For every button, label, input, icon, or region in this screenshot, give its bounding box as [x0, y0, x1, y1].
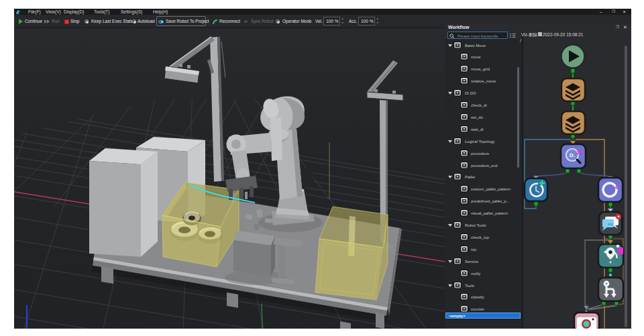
svg-text:D.: D.	[570, 152, 575, 158]
svg-text:xxx: xxx	[608, 222, 613, 226]
svg-text:4: 4	[614, 184, 618, 190]
svg-text:31: 31	[576, 149, 583, 156]
